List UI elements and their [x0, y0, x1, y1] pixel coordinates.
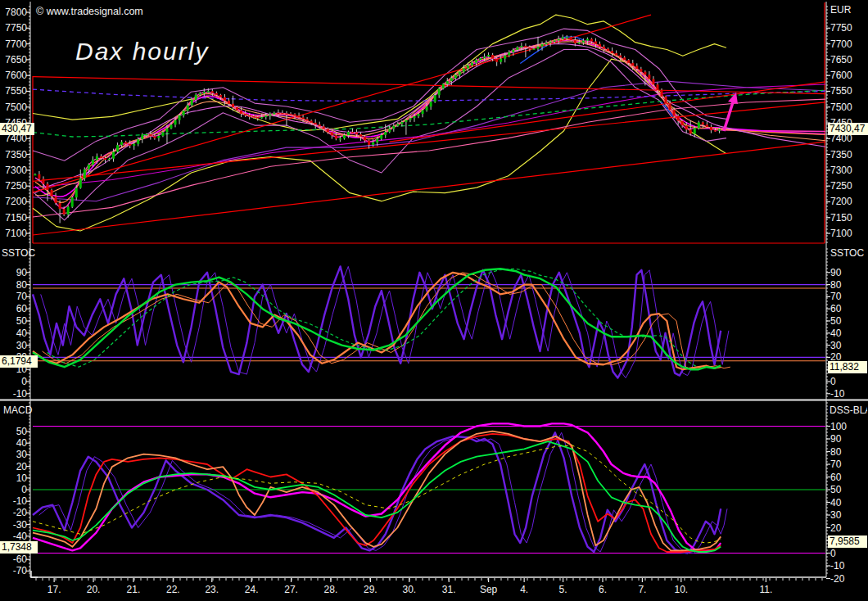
sstoc-left-title: SSTOC	[2, 247, 35, 259]
y-tick-label: 7650	[0, 54, 27, 66]
y-tick-label: 30	[0, 449, 27, 460]
y-tick-label: 7700	[830, 38, 852, 50]
y-tick-label: -20	[830, 573, 844, 585]
chart-canvas	[0, 0, 868, 601]
y-tick-label: 7200	[0, 196, 27, 207]
y-tick-label: 10	[0, 472, 27, 484]
price-tag-right: 7430,47	[828, 123, 868, 135]
y-tick-label: -20	[0, 507, 27, 518]
date-label: 4.	[506, 584, 542, 595]
y-tick-label: -70	[0, 565, 27, 576]
y-tick-label: -10	[830, 560, 844, 572]
y-tick-label: 100	[830, 421, 847, 432]
date-label: 17.	[36, 584, 72, 595]
y-tick-label: 7350	[0, 149, 27, 160]
y-tick-label: 30	[830, 509, 841, 521]
macd-tag-right: 7,9585	[828, 535, 867, 548]
macd-left-title: MACD	[3, 404, 32, 416]
y-tick-label: -40	[0, 531, 27, 542]
y-tick-label: 80	[0, 279, 27, 291]
y-tick-label: 7600	[0, 70, 27, 81]
y-tick-label: 7550	[0, 85, 27, 97]
y-tick-label: 30	[830, 340, 841, 351]
date-label: 7.	[624, 584, 660, 595]
y-tick-label: 90	[830, 267, 841, 278]
date-label: 10.	[663, 584, 699, 595]
y-tick-label: 7500	[830, 102, 852, 113]
y-tick-label: 7150	[830, 212, 852, 224]
y-tick-label: -30	[0, 519, 27, 531]
date-label: 23.	[194, 584, 230, 595]
trading-chart-window: 7800775077007650760075507500745074007350…	[0, 0, 868, 601]
y-tick-label: 80	[830, 446, 841, 458]
y-tick-label: 30	[0, 340, 27, 351]
currency-axis-label: EUR	[830, 4, 851, 16]
y-tick-label: 60	[830, 472, 841, 483]
y-tick-label: 40	[0, 328, 27, 339]
y-tick-label: 7100	[830, 228, 852, 239]
y-tick-label: 7250	[0, 180, 27, 192]
y-tick-label: 7100	[0, 228, 27, 239]
date-label: 20.	[75, 584, 111, 595]
y-tick-label: 7350	[830, 149, 852, 160]
sstoc-right-title: SSTOC	[830, 247, 864, 259]
date-label: Sep	[471, 584, 507, 595]
y-tick-label: 80	[830, 279, 841, 291]
y-tick-label: -10	[0, 388, 27, 400]
date-label: 5.	[545, 584, 581, 595]
y-tick-label: 7300	[830, 165, 852, 176]
dss-right-title: DSS-BLAU	[830, 404, 867, 416]
y-tick-label: 70	[0, 291, 27, 302]
date-label: 22.	[155, 584, 191, 595]
y-tick-label: 20	[0, 461, 27, 472]
y-tick-label: 0	[0, 376, 27, 387]
y-tick-label: 90	[0, 267, 27, 278]
date-label: 21.	[115, 584, 151, 595]
y-tick-label: 20	[830, 522, 841, 534]
copyright-label: © www.tradesignal.com	[36, 6, 143, 17]
y-tick-label: 7700	[0, 38, 27, 50]
y-tick-label: 50	[0, 315, 27, 327]
date-label: 31.	[431, 584, 467, 595]
y-tick-label: 7750	[0, 22, 27, 34]
chart-title: Dax hourly	[75, 38, 209, 66]
y-tick-label: 60	[830, 303, 841, 314]
sstoc-tag-right: 11,832	[828, 361, 867, 373]
y-tick-label: 7500	[0, 102, 27, 113]
y-tick-label: 0	[830, 548, 836, 559]
y-tick-label: 70	[830, 459, 841, 470]
y-tick-label: 7650	[830, 54, 852, 66]
y-tick-label: 40	[830, 497, 841, 508]
price-tag-left: 430,47	[0, 123, 34, 135]
y-tick-label: 7250	[830, 180, 852, 192]
y-tick-label: -10	[0, 495, 27, 507]
y-tick-label: 60	[0, 303, 27, 314]
macd-tag-left: 1,7348	[0, 541, 38, 554]
y-tick-label: 7200	[830, 196, 852, 207]
y-tick-label: 7150	[0, 212, 27, 224]
y-tick-label: 40	[830, 328, 841, 339]
y-tick-label: 7300	[0, 165, 27, 176]
y-tick-label: 70	[830, 291, 841, 302]
date-label: 30.	[391, 584, 427, 595]
y-tick-label: 7550	[830, 85, 852, 97]
y-tick-label: -60	[0, 554, 27, 565]
y-tick-label: 50	[830, 315, 841, 327]
sstoc-tag-left: 6,1794	[0, 355, 38, 368]
date-label: 11.	[748, 584, 784, 595]
y-tick-label: 90	[830, 433, 841, 445]
y-tick-label: 50	[0, 426, 27, 437]
y-tick-label: 7750	[830, 22, 852, 34]
y-tick-label: 0	[830, 376, 836, 387]
date-label: 24.	[233, 584, 269, 595]
y-tick-label: 40	[0, 437, 27, 449]
y-tick-label: 7800	[0, 7, 27, 18]
y-tick-label: 7600	[830, 70, 852, 81]
date-label: 6.	[585, 584, 621, 595]
y-tick-label: 50	[830, 484, 841, 495]
y-tick-label: -10	[830, 388, 844, 400]
date-label: 28.	[313, 584, 349, 595]
date-label: 29.	[352, 584, 388, 595]
date-label: 27.	[274, 584, 310, 595]
y-tick-label: 0	[0, 484, 27, 495]
